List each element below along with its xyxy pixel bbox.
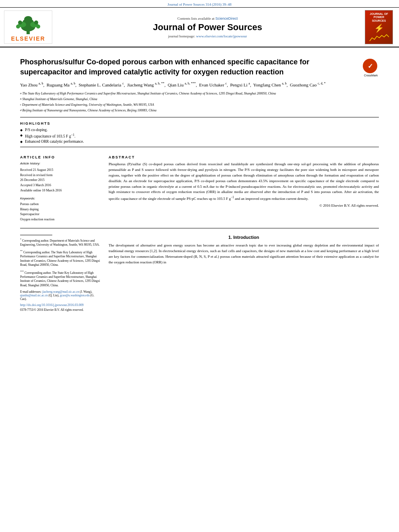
article-title: Phosphorus/sulfur Co-doped porous carbon… [20,57,359,77]
keyword-3: Supercapacitor [20,212,101,217]
highlight-text-1: P/S co-doping. [25,128,47,132]
email-name-qianliu: (Q. Liu), [49,294,60,297]
sciencedirect-link[interactable]: ScienceDirect [215,16,238,21]
email-jiacheng[interactable]: jiacheng.wang@mail.sic.ac.cn [42,290,79,294]
svg-point-7 [34,21,38,25]
footnote-super-1: * [20,238,21,240]
divider-2 [20,147,379,147]
two-col-section: ARTICLE INFO Article history: Received 2… [20,151,379,222]
svg-point-6 [18,21,22,25]
divider-3 [20,228,379,228]
elsevier-logo: ELSEVIER [4,10,52,44]
footnote-super-3: *** [20,270,24,273]
affil-d: d Beijing Institute of Nanoenergy and Na… [20,108,379,113]
keyword-2: Binary doping [20,207,101,212]
journal-title: Journal of Power Sources [56,22,359,33]
email-label: E-mail addresses: [20,290,42,294]
logo-title-line3: SOURCES [372,19,386,23]
abstract-copyright: © 2016 Elsevier B.V. All rights reserved… [109,203,379,207]
article-info-col: ARTICLE INFO Article history: Received 2… [20,151,101,222]
crossmark-logo: ✓ CrossMark [363,59,379,77]
keywords-section: Keywords: Porous carbon Binary doping Su… [20,197,101,222]
email-name-jiacheng: (J. Wang), [80,290,92,294]
highlights-heading: HIGHLIGHTS [20,121,379,125]
affil-super-b: b [20,97,22,102]
logo-graph-svg [369,34,389,42]
footnote-1: * Corresponding author. Department of Ma… [20,238,101,247]
elsevier-wordmark: ELSEVIER [11,35,45,42]
affil-b: b Shanghai Institute of Materials Genome… [20,97,379,102]
introduction-col: 1. Introduction The development of alter… [109,235,379,312]
affil-super-c: c [20,103,21,107]
keyword-4: Oxygen reduction reaction [20,217,101,222]
revised-date: 26 December 2015 [20,178,101,183]
intro-section-title: Introduction [233,235,259,240]
affil-a: a The State Key Laboratory of High Perfo… [20,91,379,96]
homepage-link[interactable]: www.elsevier.com/locate/jpowsour [196,34,247,38]
doi-link[interactable]: http://dx.doi.org/10.1016/j.jpowsour.201… [20,303,84,307]
email-qianliu[interactable]: qianliu@mail.sic.ac.cn [20,294,48,297]
highlight-text-3: Enhanced ORR catalytic performance. [25,140,84,144]
divider-1 [20,117,379,117]
key-factors-phrase: key factors [114,255,130,259]
svg-point-9 [36,25,40,29]
affil-text-c: Department of Materials Science and Engi… [22,103,154,107]
article-title-section: Phosphorus/sulfur Co-doped porous carbon… [20,57,379,77]
article-info-heading: ARTICLE INFO [20,155,101,159]
keyword-1: Porous carbon [20,202,101,207]
bullet-icon-2: ◆ [20,134,23,137]
footnote-2: ** Corresponding author. The State Key L… [20,249,101,267]
intro-heading: 1. Introduction [109,235,379,240]
affil-super-d: d [20,108,22,113]
accepted-date: Accepted 3 March 2016 [20,183,101,188]
footnotes-col: * Corresponding author. Department of Ma… [20,235,101,312]
authors-line: Yao Zhou a, b, Ruguang Ma a, b, Stephani… [20,81,379,88]
article-dates: Received 21 August 2015 Received in revi… [20,168,101,193]
footnote-super-2: ** [20,250,23,252]
crossmark-icon: ✓ [363,59,377,73]
journal-homepage-line: journal homepage: www.elsevier.com/locat… [56,34,359,38]
highlights-list: ◆ P/S co-doping. ◆ High capacitance of 1… [20,128,379,144]
crossmark-label: CrossMark [363,74,379,77]
affiliations: a The State Key Laboratory of High Perfo… [20,91,379,113]
affil-super-a: a [20,91,22,96]
intro-section-number: 1. [228,235,232,240]
elsevier-tree-svg [8,12,48,35]
affil-c: c Department of Materials Science and En… [20,103,379,107]
email-line: E-mail addresses: jiacheng.wang@mail.sic… [20,290,101,301]
abstract-heading: ABSTRACT [109,155,379,159]
abstract-text: Phosphorus (P)/sulfur (S) co-doped porou… [109,162,379,202]
highlight-text-2: High capacitance of 103.5 F g−1. [25,133,75,138]
lightning-bolt-icon: ⚡ [374,23,384,33]
journal-citation-text: Journal of Power Sources 314 (2016) 39–4… [168,2,232,6]
sciencedirect-line: Contents lists available at ScienceDirec… [56,16,359,21]
footnote-hr [20,235,52,235]
svg-point-3 [24,16,32,23]
highlight-item-1: ◆ P/S co-doping. [20,128,379,132]
affil-text-d: Beijing Institute of Nanoenergy and Nano… [23,108,157,113]
received-revised-label: Received in revised form [20,173,101,178]
article-history-label: Article history: [20,162,101,165]
footnote-3: *** Corresponding author. The State Key … [20,270,101,288]
bottom-section: * Corresponding author. Department of Ma… [20,235,379,312]
copyright-bottom: 0378-7753/© 2016 Elsevier B.V. All right… [20,308,101,312]
journal-citation-bar: Journal of Power Sources 314 (2016) 39–4… [0,0,399,8]
page: Journal of Power Sources 314 (2016) 39–4… [0,0,399,532]
bullet-icon-1: ◆ [20,128,23,132]
received-date: Received 21 August 2015 [20,168,101,173]
journal-logo-box: JOURNAL OF POWER SOURCES ⚡ [365,10,393,44]
affil-text-b: Shanghai Institute of Materials Genome, … [23,97,97,102]
available-date: Available online 10 March 2016 [20,188,101,193]
doi-line: http://dx.doi.org/10.1016/j.jpowsour.201… [20,303,101,307]
email-gcao[interactable]: gcao@u.washington.edu [60,294,90,297]
keywords-label: Keywords: [20,197,101,200]
abstract-col: ABSTRACT Phosphorus (P)/sulfur (S) co-do… [109,151,379,222]
svg-point-8 [16,25,20,29]
journal-logo-right: JOURNAL OF POWER SOURCES ⚡ [363,10,395,44]
intro-text: The development of alternative and green… [109,243,379,265]
main-content: Phosphorus/sulfur Co-doped porous carbon… [0,47,399,312]
journal-center: Contents lists available at ScienceDirec… [52,16,363,38]
highlight-item-2: ◆ High capacitance of 103.5 F g−1. [20,133,379,138]
logo-title-line1: JOURNAL OF [370,12,388,16]
bullet-icon-3: ◆ [20,140,23,144]
